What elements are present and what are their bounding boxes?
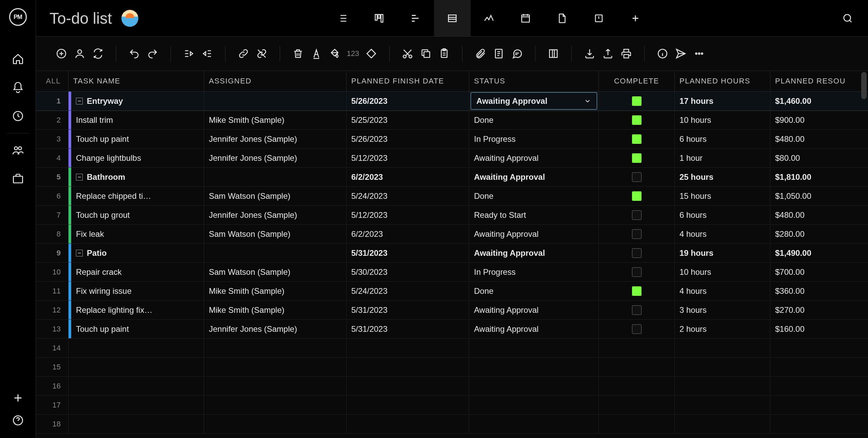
col-header-complete[interactable]: COMPLETE (599, 71, 675, 91)
search-button[interactable] (840, 10, 856, 26)
assigned-cell[interactable] (204, 244, 347, 262)
add-task-button[interactable] (53, 45, 70, 62)
hours-cell[interactable]: 17 hours (675, 92, 770, 110)
import-button[interactable] (581, 45, 598, 62)
task-cell[interactable]: −Patio (68, 244, 204, 262)
empty-cell[interactable] (204, 358, 347, 376)
cost-cell[interactable]: $700.00 (770, 263, 867, 281)
task-cell[interactable]: Touch up paint (68, 130, 204, 148)
more-button[interactable] (691, 45, 708, 62)
delete-button[interactable] (290, 45, 307, 62)
table-row[interactable]: 5−Bathroom6/2/2023Awaiting Approval25 ho… (36, 168, 868, 187)
status-cell[interactable]: Done (469, 187, 599, 205)
empty-cell[interactable] (599, 415, 675, 433)
cost-cell[interactable]: $900.00 (770, 111, 867, 129)
complete-checkbox[interactable] (632, 134, 642, 144)
empty-cell[interactable] (469, 339, 599, 357)
status-cell[interactable]: Awaiting Approval (469, 320, 599, 338)
scrollbar[interactable] (861, 72, 867, 99)
date-cell[interactable]: 5/25/2023 (347, 111, 469, 129)
complete-cell[interactable] (599, 111, 675, 129)
table-row[interactable]: 4Change lightbulbsJennifer Jones (Sample… (36, 149, 868, 168)
empty-cell[interactable] (204, 339, 347, 357)
hours-cell[interactable]: 19 hours (675, 244, 770, 262)
cost-cell[interactable]: $480.00 (770, 130, 867, 148)
table-row[interactable]: 10Repair crackSam Watson (Sample)5/30/20… (36, 263, 868, 282)
table-row[interactable]: 1−Entryway5/26/2023Awaiting Approval17 h… (36, 92, 868, 111)
view-sheet[interactable] (434, 0, 471, 36)
info-button[interactable] (654, 45, 671, 62)
empty-cell[interactable] (68, 377, 204, 395)
view-board[interactable] (361, 0, 397, 36)
table-row[interactable]: 2Install trimMike Smith (Sample)5/25/202… (36, 111, 868, 130)
date-cell[interactable]: 5/31/2023 (347, 301, 469, 319)
complete-cell[interactable] (599, 225, 675, 243)
complete-cell[interactable] (599, 168, 675, 186)
empty-cell[interactable] (770, 377, 867, 395)
nav-home[interactable] (0, 45, 36, 73)
table-row[interactable]: 13Touch up paintJennifer Jones (Sample)5… (36, 320, 868, 339)
col-header-all[interactable]: ALL (36, 71, 68, 91)
status-cell[interactable]: In Progress (469, 263, 599, 281)
empty-cell[interactable] (469, 396, 599, 414)
hours-cell[interactable]: 6 hours (675, 206, 770, 224)
fill-color-button[interactable] (326, 45, 343, 62)
task-cell[interactable]: Fix wiring issue (68, 282, 204, 300)
cost-cell[interactable]: $160.00 (770, 320, 867, 338)
redo-button[interactable] (144, 45, 161, 62)
col-header-date[interactable]: PLANNED FINISH DATE (347, 71, 469, 91)
print-button[interactable] (618, 45, 635, 62)
task-cell[interactable]: −Bathroom (68, 168, 204, 186)
nav-portfolio[interactable] (0, 165, 36, 193)
cost-cell[interactable]: $1,490.00 (770, 244, 867, 262)
hours-cell[interactable]: 15 hours (675, 187, 770, 205)
assigned-cell[interactable] (204, 168, 347, 186)
cost-cell[interactable]: $360.00 (770, 282, 867, 300)
status-cell[interactable]: Done (469, 111, 599, 129)
nav-notifications[interactable] (0, 73, 36, 102)
view-list[interactable] (324, 0, 361, 36)
complete-checkbox[interactable] (632, 115, 642, 125)
collapse-icon[interactable]: − (76, 250, 83, 256)
text-style-button[interactable] (308, 45, 325, 62)
row-number[interactable]: 13 (36, 320, 68, 338)
hours-cell[interactable]: 10 hours (675, 111, 770, 129)
task-cell[interactable]: Install trim (68, 111, 204, 129)
cost-cell[interactable]: $1,460.00 (770, 92, 867, 110)
assigned-cell[interactable] (204, 92, 347, 110)
col-header-hours[interactable]: PLANNED HOURS (675, 71, 770, 91)
status-cell[interactable]: Awaiting Approval (469, 168, 599, 186)
empty-cell[interactable] (469, 358, 599, 376)
assigned-cell[interactable]: Mike Smith (Sample) (204, 111, 347, 129)
row-number[interactable]: 17 (36, 396, 68, 414)
row-number[interactable]: 14 (36, 339, 68, 357)
complete-checkbox[interactable] (632, 305, 642, 315)
task-cell[interactable]: Touch up grout (68, 206, 204, 224)
complete-cell[interactable] (599, 282, 675, 300)
task-cell[interactable]: Fix leak (68, 225, 204, 243)
empty-cell[interactable] (68, 396, 204, 414)
table-row[interactable]: 16 (36, 377, 868, 396)
empty-cell[interactable] (599, 377, 675, 395)
undo-button[interactable] (126, 45, 143, 62)
date-cell[interactable]: 5/26/2023 (347, 130, 469, 148)
complete-checkbox[interactable] (632, 324, 642, 334)
nav-recent[interactable] (0, 102, 36, 130)
empty-cell[interactable] (68, 339, 204, 357)
empty-cell[interactable] (347, 415, 469, 433)
table-row[interactable]: 9−Patio5/31/2023Awaiting Approval19 hour… (36, 244, 868, 263)
send-button[interactable] (672, 45, 689, 62)
number-format-button[interactable]: 123 (344, 45, 361, 62)
empty-cell[interactable] (347, 339, 469, 357)
hours-cell[interactable]: 25 hours (675, 168, 770, 186)
status-cell[interactable]: In Progress (469, 130, 599, 148)
row-number[interactable]: 15 (36, 358, 68, 376)
date-cell[interactable]: 5/31/2023 (347, 244, 469, 262)
empty-cell[interactable] (599, 396, 675, 414)
assigned-cell[interactable]: Mike Smith (Sample) (204, 301, 347, 319)
assigned-cell[interactable]: Sam Watson (Sample) (204, 263, 347, 281)
complete-cell[interactable] (599, 206, 675, 224)
empty-cell[interactable] (599, 358, 675, 376)
table-row[interactable]: 7Touch up groutJennifer Jones (Sample)5/… (36, 206, 868, 225)
view-dashboard[interactable] (471, 0, 507, 36)
